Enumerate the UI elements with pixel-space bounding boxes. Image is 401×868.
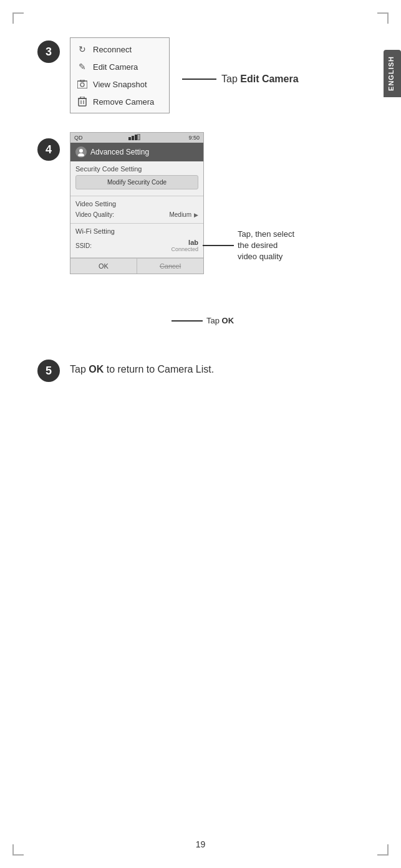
menu-item-reconnect-label: Reconnect bbox=[93, 45, 132, 54]
svg-rect-3 bbox=[79, 98, 86, 106]
ok-button[interactable]: OK bbox=[70, 259, 137, 274]
step4-content: QD 9:50 bbox=[70, 132, 368, 344]
security-code-section: Security Code Setting Modify Security Co… bbox=[70, 161, 203, 196]
page-number: 19 bbox=[196, 839, 206, 849]
step5-text: Tap OK to return to Camera List. bbox=[70, 364, 214, 375]
video-setting-title: Video Setting bbox=[75, 200, 198, 207]
statusbar-time: 9:50 bbox=[188, 135, 200, 141]
main-content: 3 ↻ Reconnect ✎ Edit Camera bbox=[37, 37, 368, 382]
statusbar-left: QD bbox=[74, 135, 83, 141]
cancel-button[interactable]: Cancel bbox=[137, 259, 203, 274]
svg-point-1 bbox=[80, 83, 84, 87]
ssid-label: SSID: bbox=[75, 242, 92, 249]
step-4-badge: 4 bbox=[37, 138, 60, 161]
video-quality-value: Medium bbox=[169, 211, 191, 218]
video-setting-section: Video Setting Video Quality: Medium ▶ bbox=[70, 196, 203, 224]
step-3-badge: 3 bbox=[37, 41, 60, 63]
menu-item-view-snapshot[interactable]: View Snapshot bbox=[70, 75, 169, 93]
menu-item-remove-camera-label: Remove Camera bbox=[93, 97, 154, 107]
svg-rect-11 bbox=[138, 134, 140, 140]
svg-rect-8 bbox=[128, 137, 131, 140]
menu-item-view-snapshot-label: View Snapshot bbox=[93, 80, 147, 89]
step-4-row: 4 QD 9:50 bbox=[37, 132, 368, 344]
phone-header-title: Advanced Setting bbox=[90, 148, 149, 156]
ok-annotation-text: Tap OK bbox=[206, 316, 234, 325]
statusbar-signal bbox=[128, 134, 142, 141]
ssid-row: SSID: lab Connected bbox=[75, 237, 198, 254]
step-5-row: 5 Tap OK to return to Camera List. bbox=[37, 356, 368, 382]
ssid-value: lab bbox=[171, 239, 198, 246]
video-annotation-text: Tap, then selectthe desiredvideo quality bbox=[238, 229, 294, 263]
phone-header-icon bbox=[75, 146, 87, 158]
arrow-line-3 bbox=[182, 79, 216, 80]
edit-icon: ✎ bbox=[77, 61, 88, 72]
corner-mark-tl bbox=[12, 12, 24, 24]
modify-security-code-button[interactable]: Modify Security Code bbox=[75, 175, 198, 189]
svg-point-13 bbox=[78, 153, 84, 156]
menu-item-edit-camera-label: Edit Camera bbox=[93, 62, 138, 72]
video-annotation-line bbox=[203, 245, 234, 246]
phone-footer: OK Cancel bbox=[70, 258, 203, 274]
trash-icon bbox=[77, 96, 88, 107]
step3-tap-label: Tap Edit Camera bbox=[221, 74, 299, 85]
corner-mark-br bbox=[377, 844, 389, 856]
step-5-badge: 5 bbox=[37, 360, 60, 382]
security-code-title: Security Code Setting bbox=[75, 165, 198, 173]
step3-tap-instruction: Tap Edit Camera bbox=[182, 74, 299, 85]
corner-mark-bl bbox=[12, 844, 24, 856]
menu-item-reconnect[interactable]: ↻ Reconnect bbox=[70, 41, 169, 58]
corner-mark-tr bbox=[377, 12, 389, 24]
phone-statusbar: QD 9:50 bbox=[70, 133, 203, 143]
menu-item-edit-camera[interactable]: ✎ Edit Camera bbox=[70, 58, 169, 75]
snapshot-icon bbox=[77, 79, 88, 90]
video-quality-label: Video Quality: bbox=[75, 211, 114, 218]
step-3-row: 3 ↻ Reconnect ✎ Edit Camera bbox=[37, 37, 368, 113]
wifi-setting-title: Wi-Fi Setting bbox=[75, 227, 198, 235]
chevron-right-icon: ▶ bbox=[194, 212, 198, 218]
phone-annotations: Tap, then selectthe desiredvideo quality… bbox=[204, 132, 368, 344]
ok-annotation-line bbox=[172, 320, 203, 322]
annotation-ok: Tap OK bbox=[172, 316, 234, 325]
svg-point-12 bbox=[79, 149, 83, 153]
video-quality-row[interactable]: Video Quality: Medium ▶ bbox=[75, 210, 198, 219]
reconnect-icon: ↻ bbox=[77, 44, 88, 55]
step3-content: ↻ Reconnect ✎ Edit Camera View bbox=[70, 37, 299, 113]
phone-header: Advanced Setting bbox=[70, 143, 203, 161]
annotation-video-quality: Tap, then selectthe desiredvideo quality bbox=[203, 229, 294, 263]
ssid-status: Connected bbox=[171, 246, 198, 252]
svg-rect-5 bbox=[80, 97, 84, 98]
menu-item-remove-camera[interactable]: Remove Camera bbox=[70, 93, 169, 110]
language-tab: ENGLISH bbox=[384, 50, 401, 97]
context-menu: ↻ Reconnect ✎ Edit Camera View bbox=[70, 37, 170, 113]
svg-rect-10 bbox=[135, 135, 137, 140]
wifi-setting-section: Wi-Fi Setting SSID: lab Connected bbox=[70, 224, 203, 258]
svg-rect-0 bbox=[77, 81, 87, 88]
svg-rect-9 bbox=[132, 136, 134, 140]
phone-screen: QD 9:50 bbox=[70, 132, 204, 274]
